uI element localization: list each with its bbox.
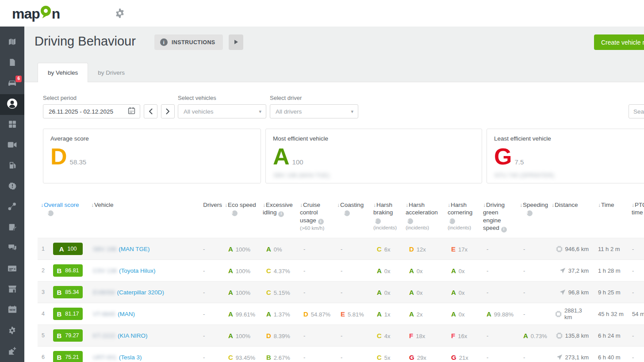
col-header-vehicle[interactable]: ↓Vehicle — [91, 199, 199, 238]
info-icon[interactable]: i — [527, 210, 533, 216]
play-button[interactable] — [229, 34, 243, 50]
pto-cell: - — [630, 289, 644, 296]
sort-arrow-icon: ↓ — [337, 202, 340, 208]
col-header-time[interactable]: ↓Time — [593, 199, 630, 238]
sidebar-item-calendar-new[interactable]: NEW — [0, 300, 24, 321]
sidebar-item-documents[interactable] — [0, 53, 24, 74]
drivers-icon — [7, 98, 18, 111]
speeding-cell: - — [519, 311, 551, 317]
col-header-speeding[interactable]: ↓Speedingi — [519, 199, 551, 238]
info-icon[interactable]: i — [232, 210, 238, 216]
col-header-overall[interactable]: ↓Overall scorei — [38, 199, 91, 238]
tab-by-drivers[interactable]: by Drivers — [88, 63, 134, 82]
sidebar-item-dashboard[interactable] — [0, 115, 24, 136]
sidebar-item-settings[interactable] — [0, 321, 24, 342]
sidebar-item-drivers[interactable] — [0, 94, 24, 115]
cornering-cell: F16x — [447, 332, 483, 339]
vehicle-cell: VT-6845(MAN) — [91, 311, 199, 317]
col-header-eco[interactable]: ↓Eco speedi — [224, 199, 262, 238]
sidebar-item-alerts[interactable] — [0, 176, 24, 197]
sort-arrow-icon: ↓ — [632, 202, 634, 208]
vehicle-link[interactable]: (Caterpillar 320D) — [117, 289, 165, 296]
col-label: Harsh acceleration — [406, 202, 438, 216]
col-header-pto[interactable]: ↓PTO time — [630, 199, 644, 238]
vehicle-plate-masked: KT-2222 — [93, 332, 115, 339]
instructions-button[interactable]: i INSTRUCTIONS — [154, 34, 223, 50]
dashboard-icon — [8, 120, 16, 130]
col-header-distance[interactable]: ↓Distance — [551, 199, 593, 238]
rank: 2 — [38, 267, 53, 274]
sort-arrow-icon: ↓ — [406, 202, 408, 208]
gps-arrow-icon — [556, 354, 563, 360]
sidebar-item-addons[interactable] — [0, 341, 24, 362]
table-row: 1 A100SBV 198(MAN TGE)-A100%A0%--C6xD12x… — [38, 238, 644, 259]
pto-cell: 54 m — [630, 311, 644, 317]
vehicle-plate-masked: URT-001 — [93, 354, 117, 361]
sidebar-item-camera[interactable] — [0, 135, 24, 156]
vehicle-link[interactable]: (Toyota Hilux) — [119, 267, 156, 274]
col-header-green[interactable]: ↓Driving green engine speed i — [483, 199, 519, 238]
vehicle-link[interactable]: (MAN) — [118, 311, 135, 317]
col-label: Speeding — [523, 202, 548, 208]
idling-cell: C4.37% — [262, 267, 299, 274]
create-vehicle-report-button[interactable]: Create vehicle report — [594, 34, 644, 50]
col-header-coasting[interactable]: ↓Coastingi — [337, 199, 373, 238]
col-label: Coasting — [340, 202, 364, 208]
info-icon[interactable]: i — [407, 218, 413, 224]
col-header-cruise[interactable]: ↓Cruise control usage i(>60 km/h) — [299, 199, 337, 238]
info-icon[interactable]: i — [501, 227, 507, 232]
col-header-cornering[interactable]: ↓Harsh corneringi(incidents) — [447, 199, 483, 238]
vehicle-link[interactable]: (KIA NIRO) — [118, 332, 148, 339]
info-icon[interactable]: i — [344, 210, 350, 216]
select-period-label: Select period — [43, 95, 77, 101]
table-row: 6 B75.21URT-001(Tesla 3)-C93.45%B2.67%--… — [38, 346, 644, 362]
tasks-icon — [8, 223, 16, 233]
vehicle-link[interactable]: (MAN TGE) — [119, 246, 150, 252]
sidebar-item-marketplace[interactable] — [0, 280, 24, 301]
sidebar-item-tasks[interactable] — [0, 218, 24, 239]
info-icon[interactable]: i — [449, 218, 455, 224]
sidebar-item-fleet[interactable]: 6 — [0, 73, 24, 94]
cruise-cell: - — [299, 289, 337, 296]
settings-gear-icon[interactable] — [115, 8, 125, 20]
sidebar-item-chat[interactable] — [0, 238, 24, 259]
speeding-cell: - — [519, 354, 551, 361]
col-header-accel[interactable]: ↓Harsh accelerationi(incidents) — [405, 199, 447, 238]
info-icon[interactable]: i — [48, 210, 54, 216]
card-title: Most efficient vehicle — [273, 135, 475, 142]
score-badge: B85.34 — [53, 286, 83, 298]
green-cell: - — [483, 289, 519, 296]
period-date-input[interactable] — [43, 104, 140, 118]
previous-period-button[interactable] — [144, 104, 157, 118]
search-field[interactable] — [629, 104, 644, 118]
cornering-cell: A0x — [447, 310, 483, 318]
sidebar-item-fuel[interactable] — [0, 156, 24, 177]
mapon-logo[interactable]: map n — [12, 5, 60, 23]
period-value[interactable] — [49, 108, 128, 115]
col-header-idling[interactable]: ↓Excessive idling i — [262, 199, 299, 238]
speeding-cell: - — [519, 246, 551, 252]
tab-by-vehicles[interactable]: by Vehicles — [38, 63, 88, 82]
next-period-button[interactable] — [161, 104, 175, 118]
vehicles-select[interactable]: All vehicles ▾ — [178, 104, 266, 118]
sidebar-item-routes[interactable] — [0, 197, 24, 218]
col-label: Eco speed — [228, 202, 256, 208]
sidebar-item-map[interactable] — [0, 32, 24, 53]
overall-score-cell: 1 A100 — [38, 243, 91, 255]
info-icon[interactable]: i — [278, 211, 284, 217]
cruise-cell: - — [299, 354, 337, 361]
drivers-cell: - — [199, 332, 224, 339]
search-input[interactable] — [633, 108, 644, 115]
col-label: Drivers — [203, 202, 222, 208]
info-icon[interactable]: i — [375, 218, 381, 224]
vehicle-link[interactable]: (Tesla 3) — [119, 354, 142, 361]
sidebar-item-tachograph[interactable] — [0, 259, 24, 280]
col-header-braking[interactable]: ↓Harsh brakingi(incidents) — [373, 199, 405, 238]
col-label: Time — [601, 202, 614, 208]
calendar-icon[interactable] — [128, 107, 135, 116]
play-icon — [234, 38, 238, 46]
info-icon[interactable]: i — [318, 219, 324, 225]
vehicle-name-masked: SBV 198 (MAN TGE) — [273, 172, 330, 179]
driver-select[interactable]: All drivers ▾ — [270, 104, 358, 118]
drivers-cell: - — [199, 354, 224, 361]
